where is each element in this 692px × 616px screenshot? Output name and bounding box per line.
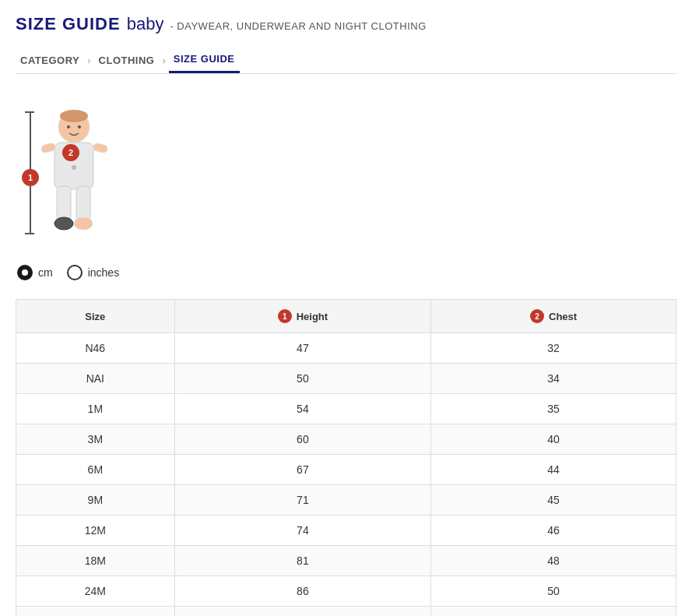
cell-size: 6M: [16, 455, 175, 485]
cm-label: cm: [38, 266, 53, 279]
svg-rect-8: [76, 186, 90, 221]
table-row: 6M 67 44: [16, 455, 676, 485]
size-table: Size 1 Height 2 Chest N4: [16, 299, 676, 616]
table-row: N46 47 32: [16, 333, 676, 364]
table-row: 12M 74 46: [16, 516, 676, 546]
radio-inches[interactable]: [67, 265, 83, 280]
cell-size: 9M: [16, 485, 175, 516]
badge-2-chest: 2: [62, 144, 79, 161]
image-section: 1 2: [16, 97, 676, 249]
cell-chest: 45: [431, 485, 676, 516]
cell-height: 60: [174, 424, 430, 455]
cell-height: 81: [174, 546, 430, 576]
radio-cm[interactable]: [17, 265, 33, 280]
cell-chest: 32: [431, 333, 676, 364]
cell-chest: 44: [431, 455, 676, 485]
svg-point-11: [67, 125, 70, 128]
table-row: 3M 60 40: [16, 424, 676, 455]
cell-size: NAI: [16, 364, 175, 394]
breadcrumb-category[interactable]: CATEGORY: [16, 48, 84, 72]
cell-chest: 40: [431, 424, 676, 455]
measure-line-bottom: [25, 233, 34, 234]
col-header-chest: 2 Chest: [431, 300, 676, 333]
cell-height: 71: [174, 485, 430, 516]
col-header-height: 1 Height: [174, 300, 430, 333]
badge-1-height: 1: [22, 169, 39, 186]
svg-point-9: [54, 217, 73, 230]
col-height-label: Height: [297, 311, 328, 322]
cell-chest: 34: [431, 364, 676, 394]
page-wrapper: SIZE GUIDE baby - DAYWEAR, UNDERWEAR AND…: [0, 0, 692, 616]
inches-label: inches: [88, 266, 119, 279]
unit-cm-option[interactable]: cm: [17, 265, 53, 280]
breadcrumb-sep-1: ›: [84, 55, 93, 66]
cell-chest: 46: [431, 516, 676, 546]
cell-chest: 52: [431, 607, 676, 617]
breadcrumb-sep-2: ›: [159, 55, 168, 66]
table-body: N46 47 32 NAI 50 34 1M 54 35 3M 60 40 6M…: [16, 333, 676, 617]
table-row: 1M 54 35: [16, 394, 676, 424]
cell-size: 24M: [16, 576, 175, 607]
cell-size: 18M: [16, 546, 175, 576]
table-row: 24M 86 50: [16, 576, 676, 607]
cell-size: 3M: [16, 424, 175, 455]
breadcrumb-size-guide[interactable]: SIZE GUIDE: [169, 47, 240, 73]
unit-toggle: cm inches: [16, 265, 676, 280]
baby-figure: 1 2: [16, 105, 132, 249]
cell-height: 47: [174, 333, 430, 364]
col-header-size: Size: [16, 300, 175, 333]
svg-rect-6: [93, 143, 108, 153]
title-baby: baby: [127, 14, 164, 34]
svg-point-4: [72, 165, 76, 170]
col-height-badge: 1: [278, 309, 292, 323]
col-chest-badge: 2: [530, 309, 544, 323]
table-row: 18M 81 48: [16, 546, 676, 576]
cell-height: 67: [174, 455, 430, 485]
svg-rect-5: [40, 143, 56, 153]
page-title-area: SIZE GUIDE baby - DAYWEAR, UNDERWEAR AND…: [16, 14, 676, 34]
table-header-row: Size 1 Height 2 Chest: [16, 300, 676, 333]
unit-inches-option[interactable]: inches: [67, 265, 119, 280]
baby-illustration: [37, 105, 111, 245]
table-row: 9M 71 45: [16, 485, 676, 516]
cell-chest: 50: [431, 576, 676, 607]
cell-chest: 48: [431, 546, 676, 576]
title-size-guide: SIZE GUIDE: [16, 14, 121, 34]
cell-height: 50: [174, 364, 430, 394]
breadcrumb-clothing[interactable]: CLOTHING: [94, 48, 160, 72]
svg-point-10: [74, 217, 93, 230]
cell-size: 12M: [16, 516, 175, 546]
table-row: 36M 95 52: [16, 607, 676, 617]
col-size-label: Size: [85, 311, 105, 322]
cell-size: 1M: [16, 394, 175, 424]
cell-height: 95: [174, 607, 430, 617]
cell-size: N46: [16, 333, 175, 364]
cell-height: 74: [174, 516, 430, 546]
cell-size: 36M: [16, 607, 175, 617]
table-row: NAI 50 34: [16, 364, 676, 394]
svg-point-12: [78, 125, 81, 128]
col-chest-label: Chest: [549, 311, 577, 322]
breadcrumb: CATEGORY › CLOTHING › SIZE GUIDE: [16, 47, 676, 74]
title-subtitle: - DAYWEAR, UNDERWEAR AND NIGHT CLOTHING: [170, 20, 426, 32]
svg-point-1: [60, 110, 88, 122]
cell-height: 86: [174, 576, 430, 607]
cell-chest: 35: [431, 394, 676, 424]
cell-height: 54: [174, 394, 430, 424]
svg-rect-7: [57, 186, 71, 221]
